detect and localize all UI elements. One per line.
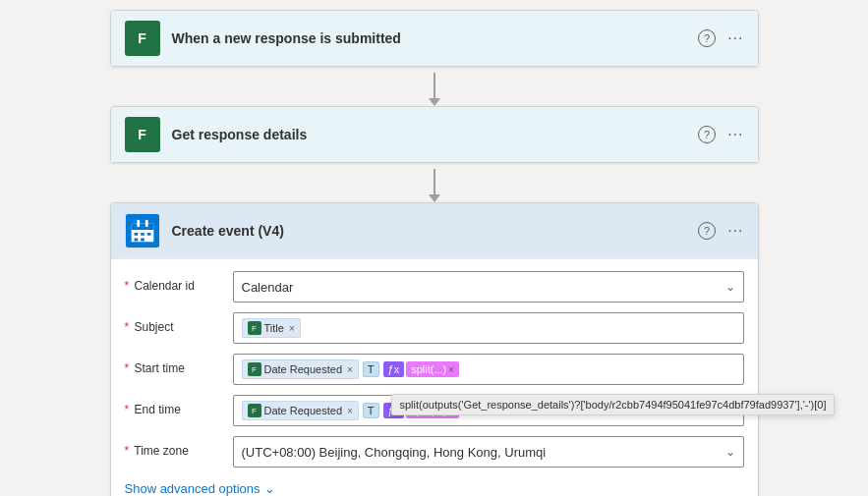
flow-container: F When a new response is submitted ? ···… [110, 10, 759, 496]
start-time-row: * Start time F Date Requested × T ƒx spl… [125, 354, 744, 385]
subject-title-token: F Title × [242, 318, 301, 338]
subject-field[interactable]: F Title × [233, 312, 744, 344]
subject-row: * Subject F Title × [125, 312, 744, 344]
end-date-token: F Date Requested × [242, 401, 359, 420]
start-date-token-icon: F [248, 362, 261, 376]
trigger-actions: ? ··· [698, 29, 743, 47]
get-response-icon: F [125, 117, 160, 152]
timezone-dropdown[interactable]: (UTC+08:00) Beijing, Chongqing, Hong Kon… [233, 436, 744, 468]
end-time-field[interactable]: F Date Requested × T ƒx split(...) × spl… [233, 395, 744, 426]
get-response-title: Get response details [172, 127, 699, 142]
start-split-token-close[interactable]: × [448, 364, 454, 375]
end-time-row: * End time F Date Requested × T ƒx split… [125, 395, 744, 426]
trigger-title: When a new response is submitted [172, 30, 699, 46]
show-advanced-button[interactable]: Show advanced options ⌄ [125, 477, 744, 496]
get-response-more-icon[interactable]: ··· [727, 126, 743, 143]
end-t-token: T [363, 403, 379, 418]
end-date-token-close[interactable]: × [347, 406, 353, 416]
create-event-body: * Calendar id Calendar ⌄ * Subject F Ti [111, 258, 758, 496]
svg-rect-5 [134, 233, 138, 236]
start-fx-token: ƒx [383, 361, 405, 377]
svg-rect-3 [137, 220, 140, 228]
get-response-header: F Get response details ? ··· [111, 107, 758, 162]
svg-rect-7 [146, 233, 150, 236]
create-event-title: Create event (V4) [172, 223, 699, 239]
create-event-help-icon[interactable]: ? [698, 222, 716, 240]
create-event-icon [125, 213, 160, 248]
arrow-2 [434, 169, 435, 196]
start-split-token: split(...) × [406, 361, 459, 377]
start-date-token-close[interactable]: × [347, 364, 353, 375]
trigger-help-icon[interactable]: ? [698, 29, 716, 47]
get-response-help-icon[interactable]: ? [698, 126, 716, 143]
split-tooltip: split(outputs('Get_response_details')?['… [391, 394, 836, 415]
calendar-dropdown-arrow: ⌄ [725, 280, 735, 294]
svg-rect-4 [145, 220, 147, 228]
calendar-id-label: * Calendar id [125, 271, 233, 293]
get-response-actions: ? ··· [698, 126, 743, 143]
calendar-id-row: * Calendar id Calendar ⌄ [125, 271, 744, 303]
timezone-dropdown-arrow: ⌄ [725, 445, 735, 459]
svg-rect-9 [141, 239, 145, 242]
subject-token-close[interactable]: × [289, 323, 295, 334]
subject-token-icon: F [248, 321, 261, 335]
start-date-token: F Date Requested × [242, 359, 359, 379]
end-date-token-icon: F [248, 404, 261, 417]
trigger-icon: F [125, 21, 160, 56]
end-time-label: * End time [125, 395, 233, 416]
trigger-card-header: F When a new response is submitted ? ··· [111, 11, 758, 66]
arrow-1 [434, 73, 435, 100]
advanced-chevron-icon: ⌄ [264, 481, 275, 496]
svg-rect-8 [134, 239, 138, 242]
svg-rect-6 [141, 233, 145, 236]
start-time-label: * Start time [125, 354, 233, 375]
create-event-actions: ? ··· [698, 222, 743, 240]
get-response-card: F Get response details ? ··· [110, 106, 759, 163]
create-event-more-icon[interactable]: ··· [727, 222, 743, 240]
timezone-row: * Time zone (UTC+08:00) Beijing, Chongqi… [125, 436, 744, 468]
timezone-label: * Time zone [125, 436, 233, 458]
svg-rect-2 [131, 223, 153, 230]
trigger-card: F When a new response is submitted ? ··· [110, 10, 759, 67]
create-event-header: Create event (V4) ? ··· [111, 203, 758, 258]
subject-label: * Subject [125, 312, 233, 334]
create-event-card: Create event (V4) ? ··· * Calendar id Ca… [110, 202, 759, 496]
start-time-field[interactable]: F Date Requested × T ƒx split(...) × [233, 354, 744, 385]
calendar-id-dropdown[interactable]: Calendar ⌄ [233, 271, 744, 303]
trigger-more-icon[interactable]: ··· [727, 29, 743, 47]
start-t-token: T [363, 361, 379, 377]
